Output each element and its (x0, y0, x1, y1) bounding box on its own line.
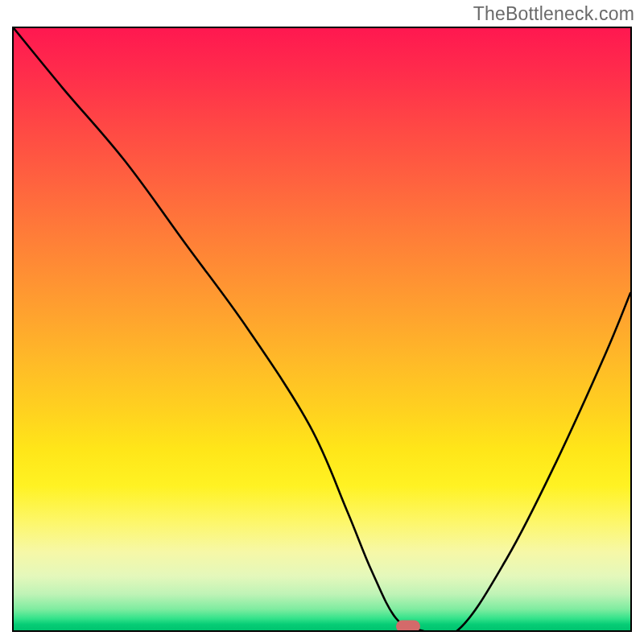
watermark-text: TheBottleneck.com (473, 3, 634, 25)
curve-svg (14, 28, 630, 630)
chart-container: TheBottleneck.com (0, 0, 644, 644)
plot-area (12, 27, 632, 632)
bottleneck-curve-path (14, 28, 630, 630)
optimal-marker (396, 621, 420, 633)
